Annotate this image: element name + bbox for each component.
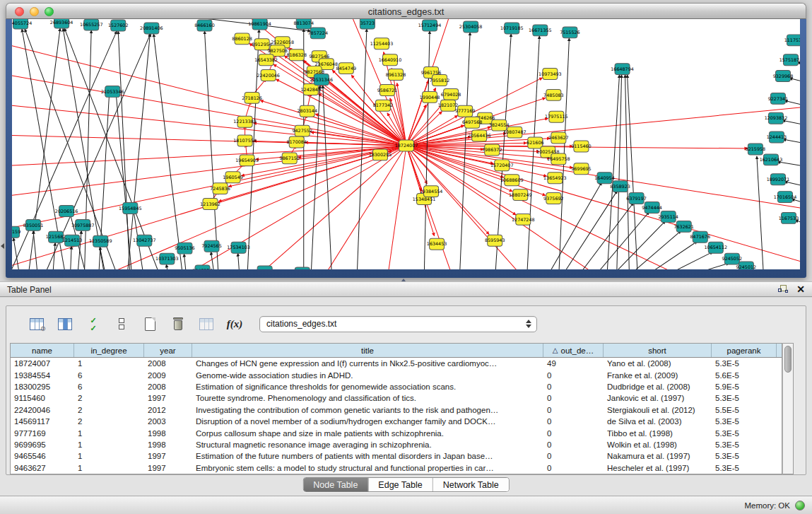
graph-node[interactable]: 9329968 (773, 71, 794, 82)
graph-node[interactable]: 9474444 (642, 202, 662, 214)
graph-node[interactable]: 8595943 (485, 235, 505, 246)
graph-node[interactable]: 9505136 (175, 243, 195, 254)
table-row[interactable]: 2242004622012Investigating the contribut… (11, 404, 782, 416)
graph-node[interactable]: 8215958 (746, 144, 766, 155)
graph-node[interactable]: 1527602 (108, 20, 129, 31)
graph-node[interactable]: 20564436 (468, 130, 491, 141)
table-row[interactable]: 977716911998Corpus callosum shape and si… (11, 427, 782, 438)
float-panel-icon[interactable] (778, 284, 788, 294)
graph-node[interactable]: 10688609 (500, 175, 524, 186)
graph-node[interactable]: 1117531 (784, 35, 800, 46)
graph-node[interactable]: 17016504 (774, 192, 797, 203)
table-row[interactable]: 1938455462009Genome-wide association stu… (11, 369, 782, 380)
graph-node[interactable]: 8466160 (194, 20, 215, 31)
graph-node[interactable]: 12350589 (89, 235, 112, 247)
window-titlebar[interactable]: citations_edges.txt (6, 3, 806, 19)
graph-node[interactable]: 7245836 (210, 183, 230, 194)
graph-node[interactable]: 10719185 (500, 23, 524, 34)
delete-column-icon[interactable] (169, 315, 187, 333)
function-builder-icon[interactable]: f(x) (225, 315, 244, 333)
graph-node[interactable]: 7986372 (482, 144, 502, 156)
graph-node[interactable]: 8860128 (232, 33, 252, 45)
graph-node[interactable]: 16671355 (529, 25, 552, 36)
graph-node[interactable]: 10655257 (80, 19, 103, 30)
graph-node[interactable]: 30975887 (71, 219, 95, 230)
graph-node[interactable]: 1634453 (427, 238, 447, 250)
graph-node[interactable]: 1214513 (62, 235, 83, 246)
graph-node[interactable]: 9427552 (292, 125, 312, 136)
citation-network-graph[interactable]: 1872400788601288912954252260589827508165… (12, 19, 800, 269)
graph-node[interactable]: 1213962 (200, 199, 220, 210)
graph-node[interactable]: 8177342 (373, 100, 394, 111)
graph-node[interactable]: 16640910 (379, 54, 402, 66)
graph-node[interactable]: 6379197 (626, 193, 647, 204)
graph-node[interactable]: 7924565 (201, 240, 222, 252)
graph-node[interactable]: 9699695 (571, 163, 592, 175)
graph-node[interactable]: 6794028 (441, 88, 461, 100)
graph-node[interactable]: 1167533 (779, 212, 799, 223)
graph-node[interactable]: 35723 (360, 19, 375, 29)
graph-node[interactable]: 15954845 (119, 203, 142, 214)
graph-node[interactable]: 9227341 (768, 93, 789, 104)
graph-node[interactable]: 16210643 (760, 154, 783, 165)
graph-node[interactable]: 8170084 (286, 136, 307, 148)
table-row[interactable]: 1830029562008Estimation of significance … (11, 381, 782, 392)
graph-node[interactable]: 7857224 (308, 28, 329, 39)
graph-node[interactable]: 12213383 (233, 116, 257, 127)
table-row[interactable]: 969969511998Structural magnetic resonanc… (11, 439, 782, 450)
graph-node[interactable]: 8186328 (286, 49, 307, 61)
graph-node[interactable]: 9777169 (455, 105, 476, 117)
graph-node[interactable]: 17534103 (227, 242, 250, 253)
table-selector-dropdown[interactable]: citations_edges.txt (259, 316, 537, 332)
column-header-name[interactable]: name (11, 344, 74, 357)
table-row[interactable]: 1456911722003Disruption of a novel membe… (11, 416, 782, 427)
graph-node[interactable]: 8454749 (336, 63, 357, 74)
column-header-pagerank[interactable]: pagerank (712, 344, 777, 357)
graph-node[interactable]: 7485083 (543, 89, 564, 100)
graph-node[interactable]: 9375692 (543, 193, 564, 204)
graph-node[interactable]: 6793019 (254, 266, 275, 269)
tab-network-table[interactable]: Network Table (433, 478, 509, 491)
graph-node[interactable]: 15720407 (490, 160, 514, 171)
graph-node[interactable]: 1244413 (767, 132, 787, 143)
table-row[interactable]: 1872400712008Changes of HCN gene express… (11, 358, 782, 369)
graph-node[interactable]: 2718126 (242, 92, 262, 103)
graph-node[interactable]: 12747248 (512, 214, 535, 225)
column-header-in_degree[interactable]: in_degree (74, 344, 144, 357)
show-columns-icon[interactable] (56, 315, 74, 333)
graph-node[interactable]: 1845236 (192, 265, 213, 269)
new-column-icon[interactable] (141, 315, 159, 333)
collapse-west-panel-icon[interactable] (1, 243, 4, 249)
graph-node[interactable]: 11254403 (370, 38, 394, 49)
graph-node[interactable]: 10654112 (704, 242, 727, 253)
graph-node[interactable]: 8961328 (386, 69, 406, 81)
graph-node[interactable]: 2803144 (297, 105, 317, 117)
graph-node[interactable]: 7515526 (560, 27, 580, 38)
table-row[interactable]: 911546021997Tourette syndrome. Phenomeno… (11, 392, 782, 404)
column-header-short[interactable]: short (604, 344, 712, 357)
close-panel-icon[interactable]: ✕ (796, 284, 805, 294)
graph-node[interactable]: 1960549 (223, 172, 243, 183)
graph-node[interactable]: 12093832 (765, 112, 788, 124)
tab-node-table[interactable]: Node Table (303, 478, 368, 491)
graph-node[interactable]: 7955812 (430, 75, 450, 86)
graph-node[interactable]: 17975115 (545, 111, 568, 122)
table-mode-icon[interactable]: ⚙ (28, 315, 46, 333)
graph-node[interactable]: 18807249 (509, 189, 532, 201)
graph-node[interactable]: 1640954 (594, 173, 615, 184)
graph-node[interactable]: 9245012 (736, 262, 757, 269)
memory-status-indicator[interactable] (795, 501, 805, 510)
graph-node[interactable]: 2935114 (658, 211, 678, 222)
column-header-out_de[interactable]: △out_de… (543, 344, 604, 357)
graph-node[interactable]: 15712494 (418, 20, 442, 31)
graph-node[interactable]: 9867150 (279, 153, 300, 164)
graph-node[interactable]: 8358923 (610, 181, 630, 192)
graph-node[interactable]: 9586721 (377, 84, 398, 95)
column-header-year[interactable]: year (144, 344, 192, 357)
network-canvas[interactable]: 1872400788601288912954252260589827508165… (12, 19, 800, 269)
table-row[interactable]: 946362711997Embryonic stem cells: a mode… (11, 462, 782, 474)
graph-node[interactable]: 833159 (12, 226, 20, 238)
graph-node[interactable]: 8471676 (690, 231, 710, 243)
scrollbar-thumb[interactable] (784, 346, 792, 373)
graph-node[interactable]: 9115460 (571, 141, 592, 152)
